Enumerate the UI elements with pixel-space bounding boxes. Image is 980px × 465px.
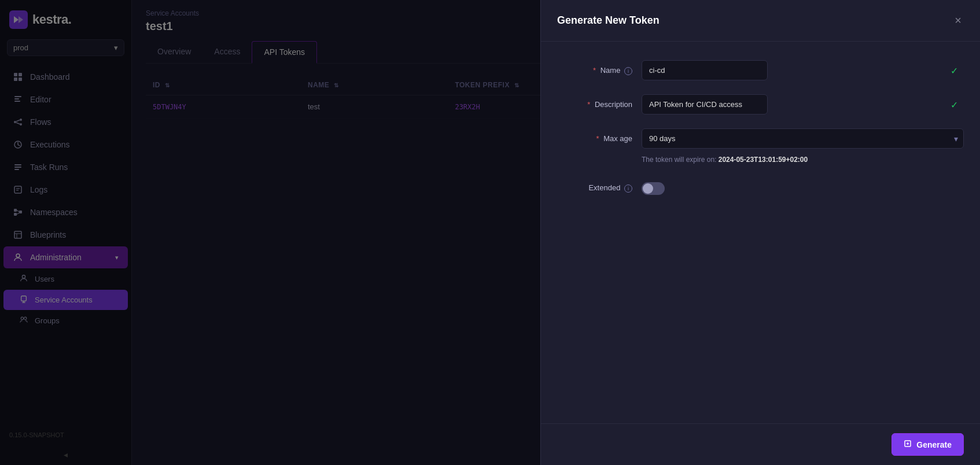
required-indicator: * [587,100,590,109]
modal-header: Generate New Token × [541,0,980,42]
generate-button[interactable]: Generate [891,433,964,456]
generate-icon [904,440,912,449]
generate-label: Generate [916,440,952,449]
description-input-wrapper: ✓ [642,94,964,115]
extended-info-icon[interactable]: i [624,184,632,193]
name-input-wrapper: ✓ [642,60,964,80]
modal-overlay: Generate New Token × * Name i ✓ * [0,0,980,465]
extended-form-group: Extended i [557,178,964,195]
name-info-icon[interactable]: i [624,67,632,75]
description-label: * Description [557,94,632,109]
toggle-knob [643,183,653,194]
required-indicator: * [593,66,596,75]
description-input[interactable] [642,94,768,115]
generate-token-modal: Generate New Token × * Name i ✓ * [540,0,980,465]
extended-label: Extended i [557,178,632,193]
max-age-select[interactable]: 30 days 60 days 90 days 180 days 365 day… [642,128,964,149]
description-form-group: * Description ✓ [557,94,964,115]
modal-title: Generate New Token [557,14,660,27]
max-age-label: * Max age [557,128,632,143]
required-indicator: * [596,134,599,143]
max-age-select-wrapper: 30 days 60 days 90 days 180 days 365 day… [642,128,964,149]
name-label: * Name i [557,60,632,75]
description-check-icon: ✓ [950,99,958,110]
modal-footer: Generate [541,423,980,465]
name-form-group: * Name i ✓ [557,60,964,80]
expire-note: The token will expire on: 2024-05-23T13:… [642,156,964,164]
extended-toggle[interactable] [642,182,665,195]
expire-date: 2024-05-23T13:01:59+02:00 [719,156,808,164]
name-check-icon: ✓ [950,65,958,76]
extended-toggle-wrapper [642,178,665,195]
max-age-form-group: * Max age 30 days 60 days 90 days 180 da… [557,128,964,164]
modal-body: * Name i ✓ * Description ✓ [541,42,980,423]
modal-close-button[interactable]: × [952,12,964,29]
name-input[interactable] [642,60,768,80]
